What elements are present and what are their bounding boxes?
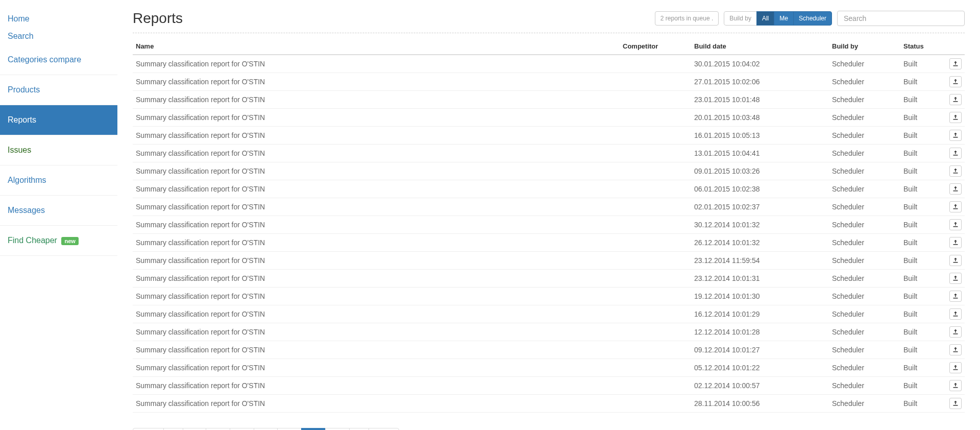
- upload-icon[interactable]: [949, 112, 962, 123]
- page-link[interactable]: 25: [301, 428, 326, 430]
- sidebar-item-home[interactable]: Home: [0, 10, 117, 28]
- upload-icon[interactable]: [949, 380, 962, 391]
- upload-icon[interactable]: [949, 201, 962, 212]
- cell-build-by: Scheduler: [829, 73, 900, 91]
- table-row: Summary classification report for O'STIN…: [133, 216, 965, 234]
- cell-name[interactable]: Summary classification report for O'STIN: [133, 395, 620, 413]
- cell-name[interactable]: Summary classification report for O'STIN: [133, 234, 620, 252]
- cell-build-by: Scheduler: [829, 91, 900, 109]
- cell-name[interactable]: Summary classification report for O'STIN: [133, 341, 620, 359]
- cell-name[interactable]: Summary classification report for O'STIN: [133, 359, 620, 377]
- table-row: Summary classification report for O'STIN…: [133, 91, 965, 109]
- cell-build-by: Scheduler: [829, 288, 900, 305]
- page-link[interactable]: Last: [369, 428, 399, 430]
- sidebar-item-search[interactable]: Search: [0, 28, 117, 45]
- upload-icon[interactable]: [949, 58, 962, 69]
- cell-build-date: 05.12.2014 10:01:22: [691, 359, 829, 377]
- cell-competitor: [620, 234, 691, 252]
- cell-build-date: 23.01.2015 10:01:48: [691, 91, 829, 109]
- cell-name[interactable]: Summary classification report for O'STIN: [133, 180, 620, 198]
- filter-me-button[interactable]: Me: [774, 11, 794, 26]
- upload-icon[interactable]: [949, 326, 962, 338]
- page-link[interactable]: »: [349, 428, 369, 430]
- upload-icon[interactable]: [949, 255, 962, 266]
- cell-name[interactable]: Summary classification report for O'STIN: [133, 91, 620, 109]
- cell-name[interactable]: Summary classification report for O'STIN: [133, 73, 620, 91]
- cell-name[interactable]: Summary classification report for O'STIN: [133, 305, 620, 323]
- cell-status: Built: [900, 91, 946, 109]
- upload-icon[interactable]: [949, 344, 962, 355]
- table-row: Summary classification report for O'STIN…: [133, 323, 965, 341]
- cell-name[interactable]: Summary classification report for O'STIN: [133, 145, 620, 162]
- sidebar-item-products[interactable]: Products: [0, 75, 117, 105]
- cell-name[interactable]: Summary classification report for O'STIN: [133, 377, 620, 395]
- queue-status[interactable]: 2 reports in queue .: [655, 11, 719, 26]
- upload-icon[interactable]: [949, 183, 962, 195]
- cell-name[interactable]: Summary classification report for O'STIN: [133, 270, 620, 288]
- cell-build-by: Scheduler: [829, 145, 900, 162]
- table-row: Summary classification report for O'STIN…: [133, 127, 965, 145]
- page-title: Reports: [133, 10, 183, 27]
- upload-icon[interactable]: [949, 219, 962, 230]
- cell-build-by: Scheduler: [829, 127, 900, 145]
- cell-build-by: Scheduler: [829, 252, 900, 270]
- table-row: Summary classification report for O'STIN…: [133, 109, 965, 127]
- upload-icon[interactable]: [949, 362, 962, 373]
- col-build-date[interactable]: Build date: [691, 38, 829, 55]
- sidebar-item-find-cheaper[interactable]: Find Cheaper new: [0, 226, 117, 255]
- cell-status: Built: [900, 127, 946, 145]
- page-link[interactable]: 23: [254, 428, 278, 430]
- upload-icon[interactable]: [949, 130, 962, 141]
- search-input[interactable]: [837, 11, 965, 26]
- cell-competitor: [620, 395, 691, 413]
- col-competitor[interactable]: Competitor: [620, 38, 691, 55]
- upload-icon[interactable]: [949, 398, 962, 409]
- page-link[interactable]: First: [133, 428, 164, 430]
- sidebar-item-algorithms[interactable]: Algorithms: [0, 165, 117, 195]
- table-row: Summary classification report for O'STIN…: [133, 145, 965, 162]
- cell-competitor: [620, 359, 691, 377]
- cell-name[interactable]: Summary classification report for O'STIN: [133, 288, 620, 305]
- upload-icon[interactable]: [949, 148, 962, 159]
- page-link[interactable]: 26: [325, 428, 350, 430]
- page-link[interactable]: …: [183, 428, 206, 430]
- page-link[interactable]: 24: [277, 428, 302, 430]
- page-link[interactable]: «: [163, 428, 183, 430]
- cell-name[interactable]: Summary classification report for O'STIN: [133, 55, 620, 73]
- filter-scheduler-button[interactable]: Scheduler: [793, 11, 832, 26]
- page-link[interactable]: 21: [206, 428, 230, 430]
- cell-name[interactable]: Summary classification report for O'STIN: [133, 162, 620, 180]
- upload-icon[interactable]: [949, 76, 962, 87]
- cell-name[interactable]: Summary classification report for O'STIN: [133, 252, 620, 270]
- upload-icon[interactable]: [949, 165, 962, 177]
- cell-build-date: 19.12.2014 10:01:30: [691, 288, 829, 305]
- cell-competitor: [620, 323, 691, 341]
- upload-icon[interactable]: [949, 291, 962, 302]
- upload-icon[interactable]: [949, 273, 962, 284]
- sidebar-item-messages[interactable]: Messages: [0, 196, 117, 225]
- upload-icon[interactable]: [949, 308, 962, 320]
- col-name[interactable]: Name: [133, 38, 620, 55]
- upload-icon[interactable]: [949, 237, 962, 248]
- page-link[interactable]: 22: [230, 428, 254, 430]
- col-status[interactable]: Status: [900, 38, 946, 55]
- cell-build-date: 09.12.2014 10:01:27: [691, 341, 829, 359]
- sidebar-item-issues[interactable]: Issues: [0, 135, 117, 165]
- cell-name[interactable]: Summary classification report for O'STIN: [133, 323, 620, 341]
- col-build-by[interactable]: Build by: [829, 38, 900, 55]
- sidebar-item-reports[interactable]: Reports: [0, 105, 117, 135]
- cell-competitor: [620, 91, 691, 109]
- table-row: Summary classification report for O'STIN…: [133, 234, 965, 252]
- cell-status: Built: [900, 395, 946, 413]
- cell-status: Built: [900, 162, 946, 180]
- cell-build-by: Scheduler: [829, 109, 900, 127]
- sidebar-item-categories-compare[interactable]: Categories compare: [0, 45, 117, 75]
- cell-name[interactable]: Summary classification report for O'STIN: [133, 198, 620, 216]
- cell-build-date: 30.01.2015 10:04:02: [691, 55, 829, 73]
- cell-build-by: Scheduler: [829, 377, 900, 395]
- cell-name[interactable]: Summary classification report for O'STIN: [133, 109, 620, 127]
- cell-name[interactable]: Summary classification report for O'STIN: [133, 127, 620, 145]
- upload-icon[interactable]: [949, 94, 962, 105]
- cell-name[interactable]: Summary classification report for O'STIN: [133, 216, 620, 234]
- filter-all-button[interactable]: All: [756, 11, 774, 26]
